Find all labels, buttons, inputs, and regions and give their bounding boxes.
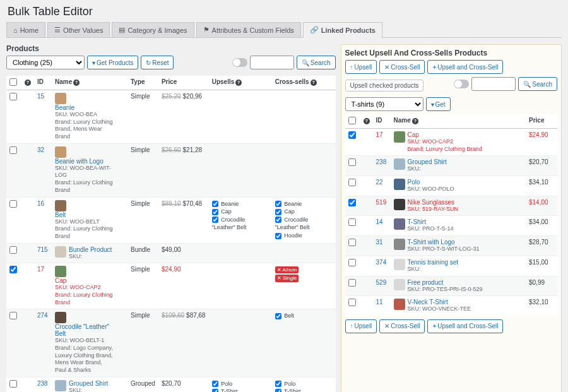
search-input[interactable] bbox=[250, 56, 294, 69]
col-id[interactable]: ID bbox=[34, 76, 52, 90]
col-name[interactable]: Name? bbox=[52, 76, 127, 90]
linked-checkbox[interactable]: Polo bbox=[275, 380, 333, 388]
cat-icon: ▤ bbox=[119, 26, 125, 34]
upsell-button-2[interactable]: ↑ Upsell bbox=[345, 319, 377, 333]
cell-name[interactable]: PoloSKU: WOO-POLO bbox=[391, 176, 526, 196]
category-select[interactable]: Clothing (25) bbox=[6, 56, 85, 69]
row-checkbox[interactable] bbox=[348, 158, 356, 166]
other-icon: ☰ bbox=[54, 26, 61, 34]
row-checkbox[interactable] bbox=[9, 312, 17, 319]
cell-type: Simple bbox=[127, 263, 158, 309]
get-products-button[interactable]: ▾ Get Products bbox=[87, 56, 138, 69]
r-col-name[interactable]: Name? bbox=[391, 114, 526, 129]
linked-checkbox[interactable]: Cap bbox=[275, 208, 333, 216]
cross-sell-button[interactable]: ✕ Cross-Sell bbox=[379, 60, 425, 74]
linked-checkbox[interactable]: T-Shirt bbox=[212, 388, 269, 392]
cell-name[interactable]: CapSKU: WOO-CAP2Brand: Luxury Clothing B… bbox=[52, 263, 127, 309]
help-icon: ? bbox=[235, 80, 242, 86]
product-thumb bbox=[55, 246, 66, 258]
cell-cross bbox=[272, 143, 336, 197]
col-upsells[interactable]: Upsells? bbox=[209, 76, 272, 90]
cell-cross: Polo T-Shirt bbox=[272, 377, 336, 392]
filter-toggle[interactable] bbox=[232, 58, 247, 67]
table-row: 17CapSKU: WOO-CAP2Brand: Luxury Clothing… bbox=[6, 263, 336, 309]
row-checkbox[interactable] bbox=[348, 299, 356, 306]
cell-name[interactable]: Nike SunglassesSKU: 519-RAY-SUN bbox=[391, 196, 526, 216]
right-search-button[interactable]: 🔍 Search bbox=[518, 77, 557, 91]
cross-sell-button-2[interactable]: ✕ Cross-Sell bbox=[379, 319, 425, 333]
linked-checkbox[interactable]: T-Shirt bbox=[275, 388, 333, 392]
row-checkbox[interactable] bbox=[348, 131, 356, 139]
table-row: 17CapSKU: WOO-CAP2Brand: Luxury Clothing… bbox=[345, 129, 557, 156]
linked-checkbox[interactable]: Polo bbox=[212, 380, 269, 388]
linked-checkbox[interactable]: Belt bbox=[275, 312, 333, 320]
cell-name[interactable]: Tennis training setSKU: bbox=[391, 256, 526, 276]
right-category-select[interactable]: T-shirts (9) bbox=[345, 97, 423, 111]
cell-name[interactable]: Grouped ShirtSKU: bbox=[52, 377, 127, 392]
row-checkbox[interactable] bbox=[9, 200, 17, 208]
row-checkbox[interactable] bbox=[348, 239, 356, 246]
cell-name[interactable]: Beanie with LogoSKU: WOO-BEA-WIT-LOGBran… bbox=[52, 143, 127, 197]
tab-cat[interactable]: ▤Category & Images bbox=[112, 22, 194, 37]
linked-checkbox[interactable]: Hoodie bbox=[275, 232, 333, 240]
row-checkbox[interactable] bbox=[9, 246, 17, 254]
col-price[interactable]: Price bbox=[158, 76, 209, 90]
linked-checkbox[interactable]: Crocodile "Leather" Belt bbox=[212, 216, 269, 232]
cell-price: $34,00 bbox=[526, 216, 557, 236]
cell-name[interactable]: Free productSKU: PRO-TES-PRI-IS-0-529 bbox=[391, 276, 526, 296]
tab-home[interactable]: ⌂Home bbox=[6, 22, 45, 37]
row-checkbox[interactable] bbox=[9, 146, 17, 154]
upsell-cross-button-2[interactable]: + Upsell and Cross-Sell bbox=[427, 319, 503, 333]
right-toggle[interactable] bbox=[454, 80, 469, 88]
col-type[interactable]: Type bbox=[127, 76, 158, 90]
linked-checkbox[interactable]: Crocodile "Leather" Belt bbox=[275, 216, 333, 232]
cell-name[interactable]: Bundle ProductSKU: bbox=[52, 243, 127, 263]
right-get-button[interactable]: ▾ Get bbox=[426, 97, 451, 111]
right-search-input[interactable] bbox=[471, 77, 516, 91]
row-checkbox[interactable] bbox=[9, 380, 17, 388]
row-checkbox[interactable] bbox=[348, 179, 356, 186]
cell-name[interactable]: Grouped ShirtSKU: bbox=[391, 156, 526, 176]
linked-checkbox[interactable]: Beanie bbox=[212, 200, 269, 208]
cell-name[interactable]: T-ShirtSKU: PRO-T-S-14 bbox=[391, 216, 526, 236]
cell-id: 529 bbox=[373, 276, 391, 296]
page-title: Bulk Table Editor bbox=[0, 0, 568, 22]
right-select-all[interactable] bbox=[348, 117, 356, 124]
cell-name[interactable]: CapSKU: WOO-CAP2Brand: Luxury Clothing B… bbox=[391, 129, 526, 156]
tab-linked[interactable]: 🔗Linked Products bbox=[303, 22, 382, 38]
row-checkbox[interactable] bbox=[348, 279, 356, 287]
cell-name[interactable]: BeltSKU: WOO-BELTBrand: Luxury Clothing … bbox=[52, 197, 127, 243]
row-checkbox[interactable] bbox=[348, 259, 356, 266]
cell-id: 519 bbox=[373, 196, 391, 216]
row-checkbox[interactable] bbox=[348, 199, 356, 206]
cell-name[interactable]: T-Shirt with LogoSKU: PRO-T-S-WIT-LOG-31 bbox=[391, 236, 526, 256]
cell-price: $25,20$20,96 bbox=[158, 90, 209, 144]
tab-attr[interactable]: ⚑Attributes & Custom Fields bbox=[196, 22, 301, 37]
upsell-cross-button[interactable]: + Upsell and Cross-Sell bbox=[427, 60, 503, 74]
upsell-button[interactable]: ↑ Upsell bbox=[345, 60, 377, 74]
r-col-id[interactable]: ID bbox=[373, 114, 391, 129]
row-checkbox[interactable] bbox=[348, 218, 356, 226]
help-icon: ? bbox=[73, 80, 80, 86]
r-col-price[interactable]: Price bbox=[526, 114, 557, 129]
col-cross[interactable]: Cross-sells? bbox=[272, 76, 336, 90]
cell-cross: Beanie Cap Crocodile "Leather" Belt Hood… bbox=[272, 197, 336, 243]
cell-price: $32,10 bbox=[526, 296, 557, 316]
search-button[interactable]: 🔍 Search bbox=[297, 56, 336, 69]
cell-price: $88,10$70,48 bbox=[158, 197, 209, 243]
cell-name[interactable]: Crocodile "Leather" BeltSKU: WOO-BELT-1B… bbox=[52, 309, 127, 377]
cell-type: Simple bbox=[127, 143, 158, 197]
cell-name[interactable]: V-Neck T-ShirtSKU: WOO-VNECK-TEE bbox=[391, 296, 526, 316]
reset-button[interactable]: ↻ Reset bbox=[141, 56, 174, 69]
linked-badge[interactable]: ✕ Single bbox=[275, 275, 299, 282]
cell-price: $14,00 bbox=[526, 196, 557, 216]
cell-name[interactable]: BeanieSKU: WOO-BEABrand: Luxury Clothing… bbox=[52, 90, 127, 144]
linked-checkbox[interactable]: Beanie bbox=[275, 200, 333, 208]
table-row: 11V-Neck T-ShirtSKU: WOO-VNECK-TEE$32,10 bbox=[345, 296, 557, 316]
linked-badge[interactable]: ✕ Album bbox=[275, 266, 299, 273]
select-all[interactable] bbox=[9, 78, 17, 86]
linked-checkbox[interactable]: Cap bbox=[212, 208, 269, 216]
row-checkbox[interactable] bbox=[9, 93, 17, 100]
tab-other[interactable]: ☰Other Values bbox=[47, 22, 110, 37]
row-checkbox[interactable] bbox=[9, 266, 17, 273]
